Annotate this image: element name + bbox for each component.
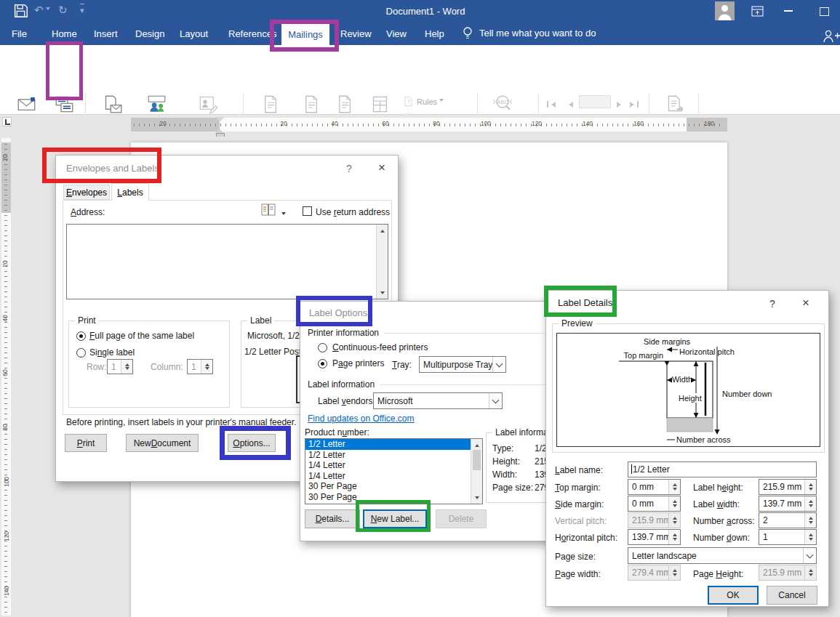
side-margin-spinner[interactable]: 0 mm [628,496,681,512]
number-across-spinner[interactable]: 2 [759,512,817,528]
share-button[interactable] [823,29,840,47]
account-avatar[interactable] [715,1,735,23]
chevron-down-icon[interactable] [492,357,505,372]
label-width-spinner[interactable]: 139.7 mm [759,496,817,512]
find-updates-link[interactable]: Find updates on Office.com [308,414,415,424]
tab-insert[interactable]: Insert [94,27,118,41]
spinner-buttons[interactable] [804,530,816,544]
details-button[interactable]: Details... [305,509,360,528]
customize-quick-access-button[interactable]: ▾ [80,4,84,16]
ruler-number: 80 [433,120,439,127]
address-book-dropdown-icon[interactable] [279,209,286,222]
horizontal-pitch-spinner[interactable]: 139.7 mm [628,529,681,545]
spinner-buttons[interactable] [804,513,816,528]
tab-home[interactable]: Home [52,27,77,41]
continuous-feed-radio[interactable] [318,343,327,352]
svg-text:Side margins: Side margins [644,337,691,346]
column-spinner[interactable]: 1 [187,359,213,374]
list-item[interactable]: 1/2 Letter [305,439,482,450]
textarea-scrollbar[interactable] [376,225,388,299]
label-height-spinner[interactable]: 215.9 mm [759,479,817,495]
row-spinner[interactable]: 1 [107,359,133,374]
label-options-dialog: Label Options Printer information Contin… [300,301,560,541]
ok-button[interactable]: OK [708,586,759,605]
scrollbar-thumb[interactable] [473,450,481,470]
scroll-up-icon[interactable] [471,439,482,449]
tab-stop-selector[interactable] [2,117,12,126]
label-legend: Label [247,315,274,326]
list-item[interactable]: 1/4 Letter [305,471,482,482]
scroll-down-icon[interactable] [377,289,388,299]
tab-design[interactable]: Design [135,27,164,41]
tell-me-box[interactable]: Tell me what you want to do [479,28,596,39]
maximize-button[interactable] [820,7,829,16]
svg-text:Height: Height [679,394,702,403]
label-name-input[interactable]: 1/2 Letter [628,461,817,477]
list-item[interactable]: 1/4 Letter [305,460,482,471]
number-down-label: Number down: [693,533,750,543]
save-button[interactable] [13,3,28,21]
spinner-buttons[interactable] [668,530,680,544]
continuous-feed-label: Continuous-feed printers [332,342,428,352]
top-margin-spinner[interactable]: 0 mm [628,479,681,495]
new-label-button[interactable]: New Label... [363,509,427,528]
spinner-buttons[interactable] [668,480,680,494]
scroll-up-icon[interactable] [377,225,388,235]
ruler-number: 140 [3,586,10,596]
spinner-buttons[interactable] [668,496,680,511]
chevron-down-icon[interactable] [803,548,816,563]
minimize-button[interactable] [784,10,793,12]
greeting-line-icon [335,93,354,115]
new-document-button[interactable]: New Document [126,434,199,452]
page-printers-radio[interactable] [318,359,327,368]
label-vendors-dropdown[interactable]: Microsoft [373,392,503,409]
list-item[interactable]: 30 Per Page [305,481,482,492]
ruler-number: 20 [159,120,166,127]
number-down-spinner[interactable]: 1 [759,529,817,545]
product-number-listbox[interactable]: 1/2 Letter 1/2 Letter 1/4 Letter 1/4 Let… [305,438,483,504]
page-size-dropdown[interactable]: Letter landscape [628,547,817,564]
tab-layout[interactable]: Layout [180,27,208,41]
scroll-down-icon[interactable] [471,493,482,504]
full-page-radio[interactable] [76,331,86,341]
tab-mailings[interactable]: Mailings [281,23,329,45]
undo-button[interactable]: ↶ [34,4,50,15]
spinner-buttons[interactable] [201,360,212,374]
tab-references[interactable]: References [228,27,276,41]
list-item[interactable]: 30 Per Page [305,492,482,503]
svg-text:Number down: Number down [722,390,772,398]
list-scrollbar[interactable] [471,439,482,504]
dialog-title: Label Details [558,297,612,308]
tab-file[interactable]: File [12,27,27,41]
help-icon[interactable]: ? [346,163,352,174]
close-icon[interactable]: × [802,297,809,309]
chevron-down-icon[interactable] [489,393,502,408]
envelope-icon [17,93,36,115]
help-icon[interactable]: ? [769,298,775,310]
print-button[interactable]: Print [65,434,107,452]
list-item[interactable]: 1/2 Letter [305,450,482,461]
tray-dropdown[interactable]: Multipurpose Tray [419,356,506,373]
cancel-button[interactable]: Cancel [767,586,817,605]
options-button[interactable]: Options... [228,434,276,452]
use-return-address-checkbox[interactable] [303,206,312,216]
close-icon[interactable]: × [378,161,385,174]
spinner-buttons[interactable] [121,360,132,374]
address-textarea[interactable] [66,224,388,299]
tab-help[interactable]: Help [425,27,444,41]
save-icon [13,3,28,18]
redo-button[interactable]: ↻ [58,4,68,15]
tab-review[interactable]: Review [340,27,372,41]
spinner-buttons[interactable] [804,480,816,494]
spinner-buttons[interactable] [804,496,816,511]
tab-envelopes[interactable]: Envelopes [63,185,110,200]
horizontal-pitch-label: Horizontal pitch: [555,533,617,543]
single-label-radio[interactable] [76,348,86,358]
address-book-icon[interactable] [261,203,276,219]
tab-labels[interactable]: Labels [111,183,149,201]
top-margin-label: Top margin: [555,483,601,493]
vertical-pitch-label: Vertical pitch: [555,516,607,526]
tab-view[interactable]: View [386,27,407,41]
ribbon-display-options-button[interactable] [751,6,764,20]
svg-text:Horizontal pitch: Horizontal pitch [679,347,735,356]
